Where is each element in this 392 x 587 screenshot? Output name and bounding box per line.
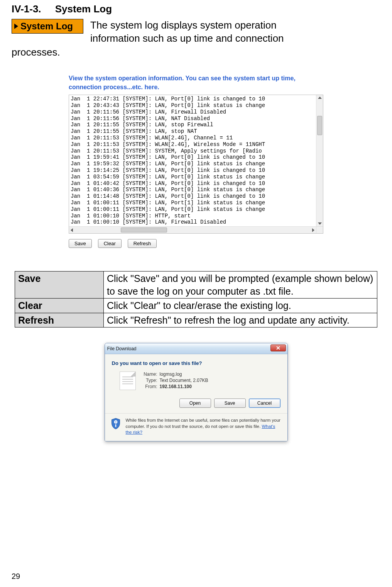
scroll-up-icon[interactable] <box>318 97 322 99</box>
term-cell: Refresh <box>15 313 104 327</box>
description-table: SaveClick "Save" and you will be prompte… <box>15 271 377 327</box>
scrollbar-vertical[interactable] <box>316 95 323 226</box>
file-name-label: Name: <box>140 372 157 377</box>
open-button[interactable]: Open <box>179 399 211 408</box>
svg-rect-1 <box>115 424 116 427</box>
dialog-question: Do you want to open or save this file? <box>112 360 280 366</box>
svg-text:?: ? <box>115 421 117 424</box>
intro-text-line1: The system log displays system operation <box>90 19 284 32</box>
scroll-thumb-horizontal[interactable] <box>121 227 167 232</box>
scroll-down-icon[interactable] <box>318 222 322 225</box>
file-name-value: logmsg.log <box>160 372 182 377</box>
section-number: IV-1-3. <box>12 3 41 15</box>
table-row: ClearClick "Clear" to clear/erase the ex… <box>15 299 377 313</box>
table-row: SaveClick "Save" and you will be prompte… <box>15 271 377 299</box>
log-caption: View the system operation information. Y… <box>69 74 323 92</box>
intro-text-line3: processes. <box>12 46 380 59</box>
cancel-button[interactable]: Cancel <box>249 399 280 408</box>
file-from-label: From: <box>140 384 157 389</box>
footer-warning: While files from the Internet can be use… <box>126 418 280 429</box>
file-type-label: Type: <box>140 378 157 383</box>
dialog-titlebar[interactable]: File Download <box>105 343 287 354</box>
log-box: Jan 1 22:47:31 [SYSTEM]: LAN, Port[0] li… <box>69 95 323 234</box>
nav-badge: System Log <box>12 19 83 34</box>
save-button[interactable]: Save <box>69 239 92 248</box>
file-details: Name:logmsg.log Type:Text Document, 2.07… <box>140 372 208 390</box>
section-title: System Log <box>55 3 112 15</box>
file-icon <box>120 372 136 390</box>
dialog-save-button[interactable]: Save <box>214 399 246 408</box>
nav-badge-text: System Log <box>20 21 73 32</box>
chevron-right-icon <box>14 24 18 29</box>
shield-icon: ? <box>110 417 121 430</box>
scroll-thumb-vertical[interactable] <box>317 116 322 135</box>
file-from-value: 192.168.11.100 <box>160 384 192 389</box>
refresh-button[interactable]: Refresh <box>128 239 157 248</box>
scrollbar-horizontal[interactable] <box>69 226 323 233</box>
file-download-dialog: File Download Do you want to open or sav… <box>105 343 288 441</box>
desc-cell: Click "Save" and you will be prompted (e… <box>104 271 377 299</box>
dialog-footer-text: While files from the Internet can be use… <box>126 417 282 436</box>
page-number: 29 <box>12 572 20 581</box>
clear-button[interactable]: Clear <box>98 239 122 248</box>
dialog-title: File Download <box>107 346 137 351</box>
table-row: RefreshClick "Refresh" to refresh the lo… <box>15 313 377 327</box>
scroll-right-icon[interactable] <box>312 228 314 232</box>
close-icon <box>276 346 280 350</box>
term-cell: Clear <box>15 299 104 313</box>
desc-cell: Click "Refresh" to refresh the log and u… <box>104 313 377 327</box>
section-heading: IV-1-3. System Log <box>12 3 380 15</box>
intro-text-line2: information such as up time and connecti… <box>90 32 284 45</box>
log-textarea[interactable]: Jan 1 22:47:31 [SYSTEM]: LAN, Port[0] li… <box>69 95 316 226</box>
term-cell: Save <box>15 271 104 299</box>
desc-cell: Click "Clear" to clear/erase the existin… <box>104 299 377 313</box>
scroll-left-icon[interactable] <box>71 228 73 232</box>
close-button[interactable] <box>270 344 286 351</box>
file-type-value: Text Document, 2.07KB <box>160 378 208 383</box>
